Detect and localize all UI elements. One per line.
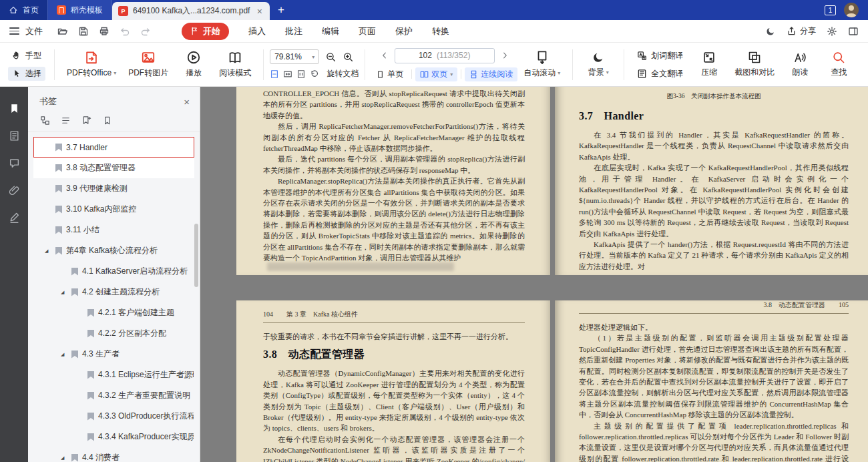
bookmark-item[interactable]: ◢3.10 Kafka内部监控 (33, 199, 194, 220)
ribbon-tab-edit[interactable]: 编辑 (322, 25, 339, 37)
redo-icon[interactable] (140, 26, 151, 37)
thumbnails-panel-icon[interactable] (9, 130, 20, 142)
bookmark-item[interactable]: ◢4.3.2 生产者重要配置说明 (33, 385, 194, 406)
sidebar-toggle-icon[interactable] (848, 26, 859, 37)
play-button[interactable]: 播放 (174, 50, 213, 79)
ribbon-tab-protect[interactable]: 保护 (395, 25, 413, 37)
list-view-icon[interactable] (61, 116, 71, 126)
close-panel-icon[interactable]: × (184, 96, 190, 107)
chevron-right-icon (500, 51, 509, 60)
user-avatar[interactable] (844, 3, 859, 17)
reading-mode-button[interactable]: 阅读模式 (213, 50, 257, 79)
bookmark-item[interactable]: ◢4.2 创建主题流程分析 (33, 282, 194, 302)
bookmark-item[interactable]: ◢4.3.4 KafkaProducer实现原理 (33, 427, 194, 447)
print-icon[interactable] (99, 26, 110, 37)
night-mode-icon[interactable] (765, 26, 776, 37)
read-aloud-button[interactable]: 朗读 (781, 51, 819, 78)
bookmark-item[interactable]: ◢4.1 KafkaServer启动流程分析 (33, 261, 194, 282)
bookmark-item[interactable]: ◢4.2.2 分区副本分配 (33, 323, 194, 344)
bookmark-item[interactable]: ◢3.9 代理健康检测 (33, 178, 194, 199)
bookmark-label: 第4章 Kafka核心流程分析 (66, 245, 158, 256)
rotate-left-icon[interactable] (310, 69, 319, 79)
bookmark-item[interactable]: ◢3.7 Handler (33, 137, 194, 158)
fit-page-icon[interactable] (270, 69, 279, 79)
full-translate-button[interactable]: 全文翻译 (633, 67, 687, 81)
comments-panel-icon[interactable] (9, 158, 20, 169)
capture-compare-button[interactable]: 截图和对比 (728, 51, 781, 78)
file-menu-label: 文件 (25, 25, 43, 37)
locate-bookmark-icon[interactable] (102, 116, 112, 126)
settings-gear-icon[interactable] (827, 26, 837, 37)
file-menu-button[interactable]: 文件 (9, 25, 43, 37)
compress-icon (702, 51, 716, 64)
ribbon-tab-convert[interactable]: 转换 (432, 25, 449, 37)
compress-button[interactable]: 压缩 (690, 51, 728, 78)
bookmark-icon (55, 206, 62, 214)
share-button[interactable]: 分享 (787, 25, 816, 37)
single-page-button[interactable]: 单页 (371, 67, 408, 81)
expand-triangle-icon[interactable]: ◢ (45, 248, 51, 254)
word-translate-icon (637, 51, 647, 61)
next-page-button[interactable] (500, 51, 509, 60)
book-paragraph: ReplicaManager.stopReplica()方法是副本关闭操作的真正… (263, 176, 525, 263)
save-icon[interactable] (78, 26, 89, 37)
expand-all-icon[interactable] (40, 116, 50, 126)
word-translate-button[interactable]: 划词翻译 (633, 49, 687, 63)
bookmarks-panel-icon[interactable] (9, 103, 20, 114)
expand-triangle-icon[interactable]: ◢ (61, 290, 67, 295)
close-tab-icon[interactable]: × (256, 6, 264, 17)
select-tool-button[interactable]: 选择 (8, 67, 45, 81)
ribbon-tab-start[interactable]: 开始 (182, 23, 229, 40)
ribbon-tab-annotate[interactable]: 批注 (285, 25, 302, 37)
bookmark-item[interactable]: ◢4.3 生产者 (33, 344, 194, 365)
hand-tool-button[interactable]: 手型 (8, 49, 45, 63)
open-folder-icon[interactable] (57, 26, 68, 37)
undo-icon[interactable] (120, 26, 130, 37)
bookmark-icon (55, 164, 62, 172)
pdf-page-105: 3.8 动态配置管理器 105 处理器处理逻辑如下。（1）若是主题级别的配置，则… (555, 300, 868, 462)
bookmark-item[interactable]: ◢3.8 动态配置管理器 (33, 158, 194, 178)
tab-home[interactable]: 首页 (0, 0, 47, 20)
bookmark-item[interactable]: ◢4.3.3 OldProducer执行流程 (33, 406, 194, 427)
window-count-badge[interactable]: 1 (825, 5, 836, 15)
find-button[interactable]: 查找 (819, 51, 858, 78)
auto-scroll-button[interactable]: 自动滚动▾ (517, 50, 566, 79)
actual-size-icon[interactable] (296, 69, 306, 79)
add-bookmark-icon[interactable] (81, 116, 91, 126)
bookmark-item[interactable]: ◢第4章 Kafka核心流程分析 (33, 240, 194, 261)
bookmark-label: 3.7 Handler (66, 143, 107, 152)
new-tab-button[interactable]: + (270, 0, 292, 20)
background-button[interactable]: 背景▾ (579, 51, 618, 78)
fit-width-icon[interactable] (283, 69, 292, 79)
panel-scrollbar[interactable] (194, 224, 198, 287)
zoom-group: 79.81%▾ 旋转文档 (270, 49, 359, 79)
bookmark-item[interactable]: ◢4.3.1 Eclipse运行生产者源码 (33, 365, 194, 385)
rotate-document-button[interactable]: 旋转文档 (327, 68, 359, 79)
document-view[interactable]: CONTROLLER_EPOCH 信息。否则从 stopReplicaReque… (200, 87, 868, 462)
page-number-input[interactable]: 102 (113/352) (395, 48, 495, 63)
continuous-reading-button[interactable]: 连续阅读 (465, 67, 517, 81)
tab-document-label: 649100 Kafka入...a1234.com.pdf (133, 5, 251, 17)
attachments-panel-icon[interactable] (9, 185, 20, 196)
bookmark-item[interactable]: ◢3.11 小结 (33, 220, 194, 240)
pdf-to-image-button[interactable]: PDF转图片 (122, 50, 174, 79)
zoom-in-icon[interactable] (343, 51, 354, 63)
find-icon (832, 51, 845, 64)
double-page-button[interactable]: 双页▾ (415, 67, 457, 81)
ribbon-tab-page[interactable]: 页面 (359, 25, 376, 37)
tab-active-document[interactable]: P 649100 Kafka入...a1234.com.pdf × (112, 2, 270, 20)
pdf-to-office-button[interactable]: PDF转Office▾ (61, 50, 122, 79)
chevron-down-icon: ▾ (450, 71, 453, 77)
tab-docer-template[interactable]: 稻壳模板 (47, 0, 112, 20)
home-icon (9, 5, 18, 15)
zoom-out-icon[interactable] (325, 51, 337, 63)
expand-triangle-icon[interactable]: ◢ (61, 455, 67, 461)
bookmark-item[interactable]: ◢4.2.1 客户端创建主题 (33, 302, 194, 323)
zoom-select[interactable]: 79.81%▾ (270, 49, 319, 64)
current-page-value[interactable]: 102 (419, 51, 432, 60)
expand-triangle-icon[interactable]: ◢ (61, 352, 67, 357)
bookmark-item[interactable]: ◢4.4 消费者 (33, 447, 194, 462)
previous-page-button[interactable] (380, 51, 389, 60)
ribbon-tab-insert[interactable]: 插入 (248, 25, 266, 37)
signature-panel-icon[interactable] (9, 212, 20, 224)
